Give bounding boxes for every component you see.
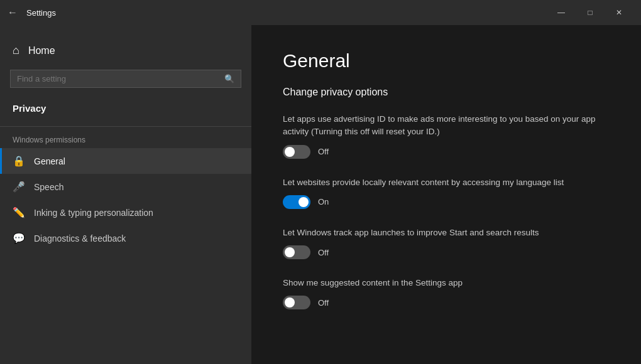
- close-button[interactable]: ✕: [605, 0, 633, 25]
- titlebar: ← Settings — □ ✕: [0, 0, 641, 25]
- sidebar-item-general[interactable]: 🔒 General: [0, 148, 251, 174]
- setting-tracking-description: Let Windows track app launches to improv…: [283, 227, 610, 239]
- sidebar-item-inking-label: Inking & typing personalization: [34, 208, 153, 218]
- toggle-row-suggested: Off: [283, 296, 610, 309]
- toggle-language-knob: [299, 197, 309, 207]
- toggle-advertising-label: Off: [318, 147, 329, 156]
- section-title: Change privacy options: [283, 87, 610, 98]
- search-box[interactable]: 🔍: [10, 70, 241, 88]
- search-input[interactable]: [17, 74, 224, 83]
- setting-language: Let websites provide locally relevant co…: [283, 176, 610, 209]
- setting-language-description: Let websites provide locally relevant co…: [283, 176, 610, 189]
- home-label: Home: [28, 45, 55, 56]
- sidebar-item-diagnostics[interactable]: 💬 Diagnostics & feedback: [0, 225, 251, 251]
- toggle-advertising[interactable]: [283, 145, 310, 159]
- sidebar-section-label: Windows permissions: [0, 129, 251, 148]
- app-title: Settings: [26, 8, 56, 18]
- toggle-tracking[interactable]: [283, 245, 310, 259]
- speech-icon: 🎤: [13, 181, 25, 193]
- toggle-suggested-label: Off: [318, 298, 329, 308]
- toggle-language[interactable]: [283, 195, 310, 209]
- sidebar-category: Privacy: [0, 100, 251, 124]
- back-button[interactable]: ←: [8, 7, 18, 18]
- sidebar-item-speech-label: Speech: [34, 182, 63, 192]
- toggle-tracking-knob: [285, 247, 295, 257]
- toggle-suggested-knob: [285, 297, 295, 308]
- sidebar-item-general-label: General: [34, 156, 65, 166]
- setting-advertising-description: Let apps use advertising ID to make ads …: [283, 113, 610, 139]
- toggle-language-label: On: [318, 197, 329, 206]
- maximize-button[interactable]: □: [576, 0, 605, 25]
- window-controls: — □ ✕: [547, 0, 633, 25]
- setting-suggested: Show me suggested content in the Setting…: [283, 277, 610, 309]
- setting-advertising: Let apps use advertising ID to make ads …: [283, 113, 610, 159]
- general-icon: 🔒: [13, 155, 25, 167]
- sidebar-item-inking[interactable]: ✏️ Inking & typing personalization: [0, 200, 251, 225]
- diagnostics-icon: 💬: [13, 232, 25, 244]
- sidebar-item-diagnostics-label: Diagnostics & feedback: [34, 233, 126, 244]
- toggle-row-tracking: Off: [283, 245, 610, 259]
- page-title: General: [283, 50, 610, 72]
- setting-tracking: Let Windows track app launches to improv…: [283, 227, 610, 259]
- setting-suggested-description: Show me suggested content in the Setting…: [283, 277, 610, 289]
- search-icon: 🔍: [224, 74, 234, 83]
- main-content: General Change privacy options Let apps …: [251, 25, 641, 364]
- sidebar-item-home[interactable]: ⌂ Home: [0, 38, 251, 63]
- toggle-tracking-label: Off: [318, 248, 329, 257]
- inking-icon: ✏️: [13, 206, 25, 218]
- toggle-row-advertising: Off: [283, 145, 610, 159]
- home-icon: ⌂: [13, 44, 19, 57]
- sidebar: ⌂ Home 🔍 Privacy Windows permissions 🔒 G…: [0, 25, 251, 364]
- sidebar-item-speech[interactable]: 🎤 Speech: [0, 174, 251, 200]
- toggle-row-language: On: [283, 195, 610, 209]
- minimize-button[interactable]: —: [547, 0, 576, 25]
- toggle-advertising-knob: [285, 147, 295, 157]
- sidebar-divider: [0, 126, 251, 127]
- toggle-suggested[interactable]: [283, 296, 310, 309]
